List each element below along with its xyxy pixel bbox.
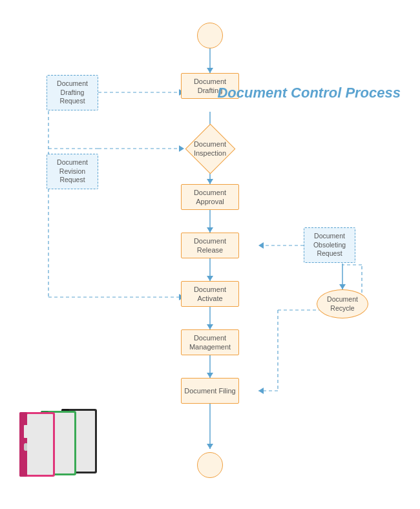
document-activate: Document Activate [181, 281, 239, 307]
document-inspection-diamond: DocumentInspection [181, 129, 239, 168]
svg-marker-13 [207, 373, 213, 378]
end-circle [197, 452, 223, 478]
document-approval: Document Approval [181, 184, 239, 210]
svg-marker-27 [258, 242, 264, 249]
svg-marker-31 [258, 388, 264, 394]
svg-marker-7 [207, 227, 213, 233]
svg-rect-50 [27, 414, 53, 475]
diagram-container: Document Drafting Request Document Draft… [0, 0, 420, 509]
svg-marker-1 [207, 68, 213, 73]
document-recycle: Document Recycle [317, 289, 368, 318]
document-revision-request: Document Revision Request [47, 154, 98, 189]
document-obsoleting-request: Document Obsoleting Request [304, 227, 355, 263]
document-filing: Document Filing [181, 378, 239, 404]
svg-marker-5 [207, 179, 213, 184]
document-release: Document Release [181, 233, 239, 258]
svg-marker-29 [339, 284, 346, 289]
document-management: Document Management [181, 329, 239, 355]
svg-marker-15 [207, 444, 213, 449]
document-drafting-request: Document Drafting Request [47, 75, 98, 110]
binders-illustration [10, 406, 103, 483]
svg-marker-11 [207, 324, 213, 329]
diagram-title: Document Control Process [217, 84, 401, 103]
start-circle [197, 23, 223, 48]
svg-marker-9 [207, 276, 213, 281]
